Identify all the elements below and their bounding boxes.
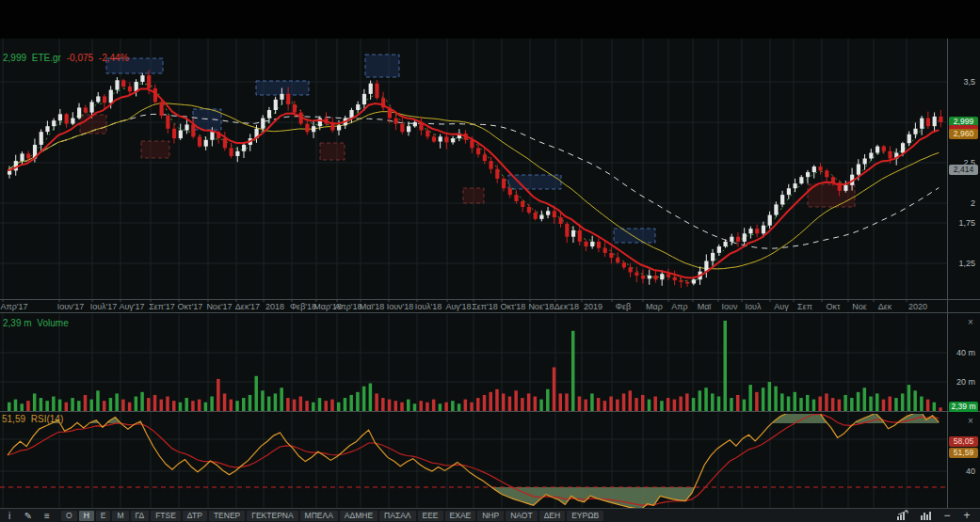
instrument-tab-ΔΕΗ[interactable]: ΔΕΗ: [539, 511, 566, 521]
price-axis-label: 1,25: [943, 259, 975, 268]
rsi-value-badge: 51,59: [949, 448, 978, 458]
rsi-smoothed-badge: 58,05: [949, 436, 978, 447]
time-axis-label: Οκτ: [826, 302, 841, 311]
instrument-tab-ΜΠΕΛΑ[interactable]: ΜΠΕΛΑ: [300, 511, 338, 521]
bottom-toolbar: i ✎ ≡ ΟΗΕΜΓΔFTSEΔΤΡΤΕΝΕΡΓΕΚΤΕΡΝΑΜΠΕΛΑΑΔΜ…: [0, 508, 980, 522]
instrument-tab-ΑΔΜΗΕ[interactable]: ΑΔΜΗΕ: [340, 511, 378, 521]
time-axis-label: Μαρ: [646, 302, 663, 311]
toolbar-right: − +: [896, 510, 972, 521]
pencil-icon[interactable]: ✎: [19, 511, 38, 521]
rsi-label[interactable]: RSI(14): [31, 414, 63, 424]
instrument-tab-ΤΕΝΕΡ[interactable]: ΤΕΝΕΡ: [209, 511, 245, 521]
time-axis-label: Ιουλ'17: [90, 302, 118, 311]
instrument-tab-ΝΗΡ[interactable]: ΝΗΡ: [477, 511, 504, 521]
volume-badge: 2,39 m: [949, 402, 978, 412]
trading-app-window: Απρ'17Ιουν'17Ιουλ'17Αυγ'17Σεπ'17Οκτ'17Νο…: [0, 0, 980, 522]
instrument-tab-Η[interactable]: Η: [79, 511, 94, 521]
volume-axis-label: 40 m: [943, 348, 975, 357]
volume-panel-close-icon[interactable]: ×: [966, 318, 975, 327]
last-price: 2,999: [3, 53, 26, 63]
volume-axis-label: 20 m: [943, 377, 975, 387]
instrument-tab-Ο[interactable]: Ο: [61, 511, 77, 521]
rsi-value: 51,59: [2, 414, 25, 424]
time-axis-label: Αυγ'18: [445, 302, 471, 311]
price-change: -0,075: [67, 53, 93, 63]
ma-long-badge: 2,414: [949, 165, 978, 175]
time-axis-label: Ιουν'18: [387, 302, 414, 311]
rsi-panel-close-icon[interactable]: ×: [966, 417, 975, 426]
time-axis-label: Ιουλ'18: [415, 302, 442, 311]
support-zone: [141, 141, 169, 158]
time-axis-label: Δεκ: [878, 302, 892, 311]
histogram-icon[interactable]: [920, 510, 933, 521]
time-axis-label: Σεπ'17: [149, 302, 175, 311]
time-axis-label: Νοε'17: [206, 302, 232, 311]
price-axis-label: 1,75: [943, 218, 975, 228]
support-zone: [463, 188, 484, 203]
time-axis-label: 2019: [584, 302, 602, 311]
time-axis-label: 2018: [265, 302, 284, 311]
price-change-pct: -2,44%: [99, 53, 129, 63]
time-axis-label: Οκτ'18: [501, 302, 526, 311]
time-axis-label: Ιουλ: [746, 302, 762, 311]
zoom-out-button[interactable]: −: [941, 510, 953, 521]
time-axis-label: Φεβ'18: [290, 302, 316, 311]
instrument-tabs: ΟΗΕΜΓΔFTSEΔΤΡΤΕΝΕΡΓΕΚΤΕΡΝΑΜΠΕΛΑΑΔΜΗΕΠΑΣΑ…: [61, 511, 603, 521]
time-axis-label: Φεβ: [616, 302, 631, 311]
time-axis-label: Ιουν: [722, 302, 738, 311]
instrument-tab-ΓΕΚΤΕΡΝΑ[interactable]: ΓΕΚΤΕΡΝΑ: [247, 511, 297, 521]
time-axis-label: Νοε: [852, 302, 867, 311]
instrument-tab-ΔΤΡ[interactable]: ΔΤΡ: [183, 511, 207, 521]
instrument-tab-ΓΔ[interactable]: ΓΔ: [131, 511, 150, 521]
time-axis-label: Απρ'18: [334, 302, 361, 311]
time-axis-label: Απρ'17: [0, 302, 27, 311]
info-icon[interactable]: i: [0, 511, 19, 521]
volume-legend: 2,39 m Volume: [3, 318, 72, 328]
resistance-zone: [508, 175, 561, 189]
resistance-zone: [365, 55, 399, 77]
instrument-tab-ΕΧΑΕ[interactable]: ΕΧΑΕ: [445, 511, 476, 521]
rsi-legend: 51,59 RSI(14): [2, 414, 66, 424]
zoom-in-button[interactable]: +: [961, 510, 972, 521]
time-axis-label: Αυγ: [774, 302, 789, 311]
support-zone: [320, 143, 345, 160]
instrument-tab-ΕΥΡΩΒ[interactable]: ΕΥΡΩΒ: [567, 511, 603, 521]
instrument-tab-ΕΕΕ[interactable]: ΕΕΕ: [418, 511, 443, 521]
time-axis-label: Δεκ'17: [235, 302, 260, 311]
time-axis-label: 2020: [908, 302, 927, 311]
time-axis-label: Δεκ'18: [554, 302, 579, 311]
ma-yellow-badge: 2,960: [949, 129, 978, 139]
list-icon[interactable]: ≡: [38, 511, 56, 521]
price-axis-label: 3,5: [943, 77, 975, 87]
time-axis-label: Μαϊ: [698, 302, 713, 311]
volume-value: 2,39 m: [3, 318, 32, 328]
time-axis-label: Νοε'18: [528, 302, 554, 311]
instrument-tab-ΠΑΣΑΛ[interactable]: ΠΑΣΑΛ: [379, 511, 415, 521]
time-axis-label: Ιουν'17: [57, 302, 85, 311]
resistance-zone: [256, 81, 309, 95]
instrument-tab-Μ[interactable]: Μ: [112, 511, 128, 521]
time-axis-label: Οκτ'17: [178, 302, 203, 311]
instrument-tab-ΝΑΟΤ[interactable]: ΝΑΟΤ: [506, 511, 537, 521]
time-axis-label: Σεπ'18: [472, 302, 498, 311]
time-axis-label: Αυγ'17: [119, 302, 144, 311]
volume-label[interactable]: Volume: [37, 318, 68, 328]
price-axis-label: 2: [943, 198, 975, 208]
chart-canvas[interactable]: Απρ'17Ιουν'17Ιουλ'17Αυγ'17Σεπ'17Οκτ'17Νο…: [0, 0, 980, 508]
time-axis-label: Απρ: [671, 302, 687, 311]
chart-stats-icon[interactable]: [896, 510, 911, 521]
symbol-name[interactable]: ETE.gr: [32, 53, 61, 63]
time-axis-label: Μαϊ'18: [360, 302, 384, 311]
instrument-tab-Ε[interactable]: Ε: [96, 511, 111, 521]
rsi-axis-label: 40: [943, 467, 975, 476]
symbol-legend: 2,999 ETE.gr -0,075 -2,44%: [3, 53, 132, 63]
resistance-zone: [614, 229, 655, 243]
time-axis-label: Σεπ: [797, 302, 812, 311]
instrument-tab-FTSE[interactable]: FTSE: [151, 511, 181, 521]
